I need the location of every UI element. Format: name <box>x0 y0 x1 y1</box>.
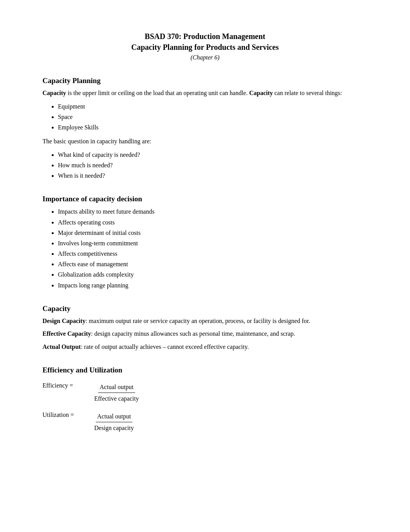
importance-heading: Importance of capacity decision <box>42 195 368 203</box>
capacity-word-bold: Capacity <box>42 90 66 96</box>
list-item: Impacts long range planning <box>58 280 368 291</box>
list-item: Affects competitiveness <box>58 248 368 259</box>
list-item: Involves long-term commitment <box>58 238 368 248</box>
effective-capacity-label: Effective Capacity <box>42 330 91 337</box>
design-capacity-label: Design Capacity <box>42 318 86 324</box>
utilization-numerator: Actual output <box>96 411 133 423</box>
list-item: Impacts ability to meet future demands <box>58 206 368 217</box>
effective-capacity-text: : design capacity minus allowances such … <box>91 330 295 337</box>
list-item: Affects ease of management <box>58 259 368 269</box>
actual-output-text: : rate of output actually achieves – can… <box>81 343 249 350</box>
efficiency-label: Efficiency = <box>42 382 93 389</box>
header-line2: Capacity Planning for Products and Servi… <box>42 42 368 53</box>
design-capacity-text: : maximum output rate or service capacit… <box>86 318 310 324</box>
relates-list: Equipment Space Employee Skills <box>58 101 368 133</box>
importance-section: Importance of capacity decision Impacts … <box>42 195 368 291</box>
utilization-label: Utilization = <box>42 411 93 418</box>
capacity-can-relate: can relate to several things: <box>274 90 342 96</box>
effective-capacity-paragraph: Effective Capacity: design capacity minu… <box>42 329 368 339</box>
capacity-section: Capacity Design Capacity: maximum output… <box>42 304 368 352</box>
list-item: Space <box>58 112 368 122</box>
header-title: BSAD 370: Production Management Capacity… <box>42 31 368 53</box>
efficiency-utilization-heading: Efficiency and Utilization <box>42 366 368 374</box>
list-item: Major determinant of initial costs <box>58 228 368 238</box>
list-item: Globalization adds complexity <box>58 269 368 280</box>
capacity-heading: Capacity <box>42 304 368 313</box>
page-header: BSAD 370: Production Management Capacity… <box>42 31 368 61</box>
utilization-denominator: Design capacity <box>93 422 136 433</box>
header-line1: BSAD 370: Production Management <box>42 31 368 42</box>
capacity-word2-bold: Capacity <box>249 90 273 96</box>
list-item: Employee Skills <box>58 122 368 133</box>
capacity-planning-section: Capacity Planning Capacity is the upper … <box>42 76 368 181</box>
efficiency-numerator: Actual output <box>98 382 135 393</box>
list-item: What kind of capacity is needed? <box>58 150 368 160</box>
basic-questions-list: What kind of capacity is needed? How muc… <box>58 150 368 181</box>
efficiency-denominator: Effective capacity <box>93 393 141 404</box>
capacity-planning-heading: Capacity Planning <box>42 76 368 85</box>
list-item: Affects operating costs <box>58 217 368 228</box>
utilization-fraction-display: Actual output Design capacity <box>93 411 136 433</box>
efficiency-formula-row: Efficiency = Actual output Effective cap… <box>42 382 368 404</box>
efficiency-fraction-display: Actual output Effective capacity <box>93 382 141 404</box>
list-item: How much is needed? <box>58 160 368 170</box>
header-chapter: (Chapter 6) <box>42 54 368 61</box>
actual-output-paragraph: Actual Output: rate of output actually a… <box>42 342 368 352</box>
list-item: When is it needed? <box>58 170 368 181</box>
efficiency-utilization-section: Efficiency and Utilization Efficiency = … <box>42 366 368 433</box>
capacity-intro-text: is the upper limit or ceiling on the loa… <box>68 90 249 96</box>
list-item: Equipment <box>58 101 368 112</box>
efficiency-fraction: Actual output Effective capacity <box>93 382 141 404</box>
importance-list: Impacts ability to meet future demands A… <box>58 206 368 291</box>
utilization-formula-row: Utilization = Actual output Design capac… <box>42 411 368 433</box>
capacity-intro-paragraph: Capacity is the upper limit or ceiling o… <box>42 88 368 98</box>
utilization-fraction: Actual output Design capacity <box>93 411 136 433</box>
design-capacity-paragraph: Design Capacity: maximum output rate or … <box>42 316 368 326</box>
actual-output-label: Actual Output <box>42 343 81 350</box>
basic-question-intro: The basic question in capacity handling … <box>42 136 368 146</box>
